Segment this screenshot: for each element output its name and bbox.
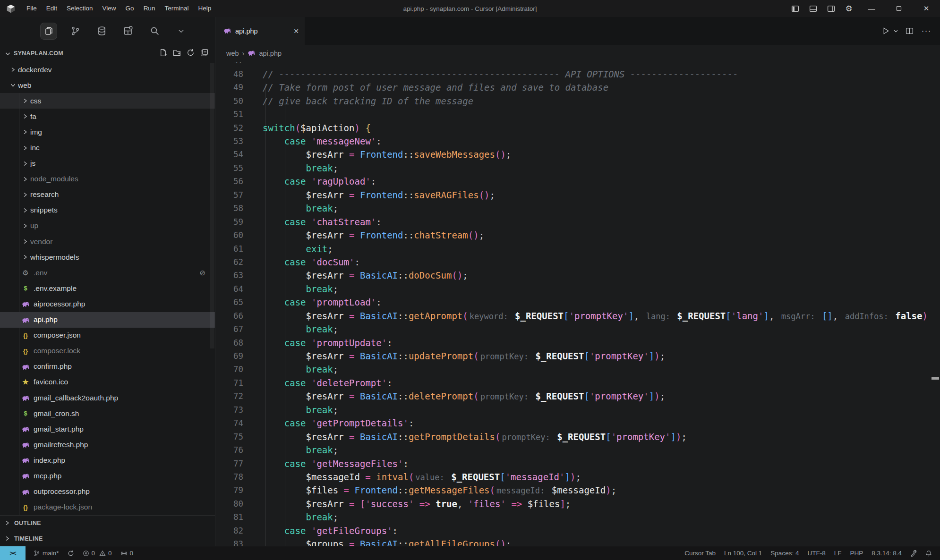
- code-line[interactable]: 68 case 'promptUpdate':: [216, 336, 940, 349]
- line-number[interactable]: 77: [216, 457, 243, 470]
- line-number[interactable]: 54: [216, 148, 243, 161]
- line-number[interactable]: 50: [216, 94, 243, 108]
- tree-item-.env.example[interactable]: $.env.example: [0, 280, 215, 296]
- tree-item-snippets[interactable]: snippets: [0, 203, 215, 218]
- line-number[interactable]: 53: [216, 135, 243, 148]
- breadcrumb-folder[interactable]: web: [226, 50, 239, 57]
- line-number[interactable]: 47: [216, 62, 243, 68]
- menu-run[interactable]: Run: [139, 2, 160, 15]
- line-number[interactable]: 61: [216, 242, 243, 255]
- menu-help[interactable]: Help: [193, 2, 216, 15]
- tree-item-up[interactable]: up: [0, 218, 215, 234]
- code-line[interactable]: 61 exit;: [216, 242, 940, 255]
- tab-api-php[interactable]: api.php ✕: [216, 17, 305, 45]
- code-line[interactable]: 58 break;: [216, 202, 940, 215]
- close-tab-icon[interactable]: ✕: [293, 27, 299, 35]
- line-number[interactable]: 83: [216, 537, 243, 546]
- tree-item-mcp.php[interactable]: mcp.php: [0, 468, 215, 484]
- status-wrench-icon[interactable]: [906, 546, 921, 560]
- menu-edit[interactable]: Edit: [42, 2, 62, 15]
- chevron-down-icon[interactable]: [173, 23, 189, 39]
- line-number[interactable]: 52: [216, 121, 243, 135]
- settings-gear-icon[interactable]: ⚙: [840, 0, 858, 17]
- line-number[interactable]: 76: [216, 443, 243, 457]
- maximize-button[interactable]: [885, 0, 913, 17]
- code-line[interactable]: 62 case 'docSum':: [216, 255, 940, 269]
- code-line[interactable]: 71 case 'deletePrompt':: [216, 376, 940, 390]
- status-utf-8[interactable]: UTF-8: [803, 546, 829, 560]
- status-php[interactable]: PHP: [846, 546, 867, 560]
- line-number[interactable]: 60: [216, 229, 243, 242]
- extensions-icon[interactable]: [120, 23, 136, 39]
- code-line[interactable]: 52switch($apiAction) {: [216, 121, 940, 135]
- code-line[interactable]: 78 $messageId = intval(value: $_REQUEST[…: [216, 470, 940, 484]
- code-line[interactable]: 60 $resArr = Frontend::chatStream();: [216, 229, 940, 242]
- line-number[interactable]: 63: [216, 269, 243, 282]
- line-number[interactable]: 58: [216, 202, 243, 215]
- tree-item-img[interactable]: img: [0, 124, 215, 140]
- line-number[interactable]: 67: [216, 322, 243, 336]
- code-line[interactable]: 48// -----------------------------------…: [216, 68, 940, 81]
- code-line[interactable]: 69 $resArr = BasicAI::updatePrompt(promp…: [216, 349, 940, 363]
- code-line[interactable]: 77 case 'getMessageFiles':: [216, 457, 940, 470]
- code-line[interactable]: 81 break;: [216, 510, 940, 524]
- tree-item-whispermodels[interactable]: whispermodels: [0, 249, 215, 265]
- tree-item-outprocessor.php[interactable]: outprocessor.php: [0, 484, 215, 500]
- tree-item-js[interactable]: js: [0, 156, 215, 171]
- line-number[interactable]: 64: [216, 282, 243, 296]
- line-number[interactable]: 74: [216, 416, 243, 430]
- line-number[interactable]: 82: [216, 524, 243, 537]
- status-sync-icon[interactable]: [63, 546, 78, 560]
- tree-item-package-lock.json[interactable]: {}package-lock.json: [0, 500, 215, 515]
- tree-item-composer.lock[interactable]: {}composer.lock: [0, 343, 215, 359]
- line-number[interactable]: 68: [216, 336, 243, 349]
- tree-item-inc[interactable]: inc: [0, 140, 215, 155]
- code-line[interactable]: 47: [216, 62, 940, 68]
- tree-item-composer.json[interactable]: {}composer.json: [0, 328, 215, 343]
- code-line[interactable]: 70 break;: [216, 363, 940, 376]
- tree-item-web[interactable]: web: [0, 77, 215, 93]
- code-line[interactable]: 63 $resArr = BasicAI::doDocSum();: [216, 269, 940, 282]
- toggle-sidebar-icon[interactable]: [786, 0, 804, 17]
- line-number[interactable]: 80: [216, 497, 243, 510]
- collapse-all-icon[interactable]: [200, 49, 208, 59]
- code-line[interactable]: 83 $groups = BasicAI::getAllFileGroups()…: [216, 537, 940, 546]
- code-line[interactable]: 50// give back tracking ID of the messag…: [216, 94, 940, 108]
- tree-item-confirm.php[interactable]: confirm.php: [0, 359, 215, 374]
- more-actions-icon[interactable]: ···: [919, 24, 933, 38]
- code-line[interactable]: 55 break;: [216, 161, 940, 175]
- tree-item-research[interactable]: research: [0, 187, 215, 203]
- tree-item-.env[interactable]: ⚙.env⊘: [0, 265, 215, 280]
- code-line[interactable]: 49// Take form post of user message and …: [216, 81, 940, 94]
- database-icon[interactable]: [94, 23, 110, 39]
- line-number[interactable]: 62: [216, 255, 243, 269]
- tree-item-gmail_cron.sh[interactable]: $gmail_cron.sh: [0, 406, 215, 421]
- code-line[interactable]: 82 case 'getFileGroups':: [216, 524, 940, 537]
- menu-file[interactable]: File: [22, 2, 42, 15]
- tree-item-api.php[interactable]: api.php: [0, 312, 215, 328]
- code-line[interactable]: 75 $resArr = BasicAI::getPromptDetails(p…: [216, 430, 940, 443]
- line-number[interactable]: 69: [216, 349, 243, 363]
- tree-item-css[interactable]: css: [0, 93, 215, 109]
- status-cursor-tab[interactable]: Cursor Tab: [680, 546, 720, 560]
- status-bell-icon[interactable]: [921, 546, 936, 560]
- editor-scrollbar-handle[interactable]: [931, 377, 939, 380]
- tree-item-gmailrefresh.php[interactable]: gmailrefresh.php: [0, 437, 215, 452]
- code-line[interactable]: 65 case 'promptLoad':: [216, 296, 940, 309]
- code-editor[interactable]: 4748// ---------------------------------…: [216, 62, 940, 546]
- split-editor-icon[interactable]: [902, 24, 916, 38]
- code-line[interactable]: 67 break;: [216, 322, 940, 336]
- toggle-panel-icon[interactable]: [804, 0, 822, 17]
- tree-item-dockerdev[interactable]: dockerdev: [0, 62, 215, 77]
- code-line[interactable]: 79 $files = Frontend::getMessageFiles(me…: [216, 484, 940, 497]
- source-control-icon[interactable]: [67, 23, 83, 39]
- files-icon[interactable]: [41, 23, 57, 39]
- line-number[interactable]: 81: [216, 510, 243, 524]
- status-broadcast-icon[interactable]: 0: [116, 546, 138, 560]
- line-number[interactable]: 73: [216, 403, 243, 416]
- line-number[interactable]: 51: [216, 108, 243, 121]
- run-dropdown-chevron-icon[interactable]: [892, 24, 899, 38]
- code-line[interactable]: 54 $resArr = Frontend::saveWebMessages()…: [216, 148, 940, 161]
- line-number[interactable]: 72: [216, 390, 243, 403]
- code-line[interactable]: 74 case 'getPromptDetails':: [216, 416, 940, 430]
